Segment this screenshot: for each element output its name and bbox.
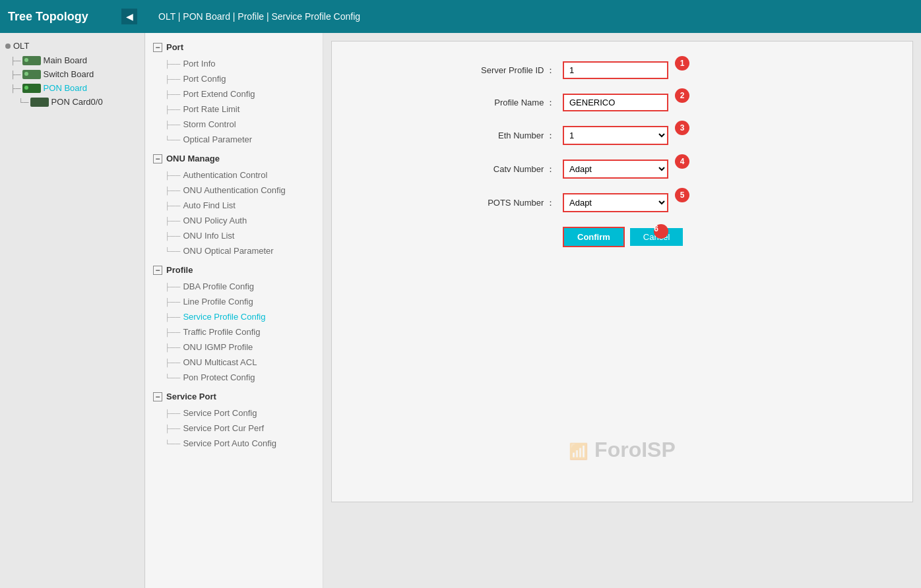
form-row-pots-number: POTS Number ： Adapt 0 2 4 5 bbox=[431, 193, 813, 212]
form-buttons-row: Confirm Cancel 6 bbox=[563, 227, 813, 247]
menu-item-service-port-auto-config[interactable]: └── Service Port Auto Config bbox=[145, 436, 323, 451]
menu-item-port-config[interactable]: ├── Port Config bbox=[145, 71, 323, 86]
menu-item-storm-control[interactable]: ├── Storm Control bbox=[145, 117, 323, 132]
menu-item-optical-parameter[interactable]: └── Optical Parameter bbox=[145, 132, 323, 147]
connector-icon: ├─ bbox=[11, 84, 21, 92]
catv-number-label: Catv Number ： bbox=[431, 163, 563, 175]
menu-item-label: Line Profile Config bbox=[183, 297, 253, 307]
menu-item-port-info[interactable]: ├── Port Info bbox=[145, 56, 323, 71]
connector-icon: ├── bbox=[165, 328, 180, 336]
menu-section-service-port-header[interactable]: − Service Port bbox=[145, 388, 323, 405]
menu-item-label: Service Port Auto Config bbox=[183, 438, 276, 448]
confirm-button[interactable]: Confirm bbox=[563, 227, 625, 247]
sidebar-tree: OLT ├─ Main Board ├─ Switch Board ├─ PON… bbox=[0, 33, 145, 588]
menu-item-label: Port Config bbox=[183, 74, 226, 84]
connector-icon: ├── bbox=[165, 409, 180, 417]
watermark-signal-icon: 📶 bbox=[569, 442, 588, 460]
menu-item-label: ONU IGMP Profile bbox=[183, 342, 253, 352]
catv-number-select[interactable]: Adapt 0 1 bbox=[563, 160, 668, 179]
menu-section-profile-header[interactable]: − Profile bbox=[145, 261, 323, 279]
step-badge-1: 1 bbox=[675, 56, 689, 71]
sidebar-item-label: PON Card0/0 bbox=[51, 97, 103, 107]
connector-icon: ├── bbox=[165, 121, 180, 129]
olt-dot-icon bbox=[5, 44, 11, 49]
form-row-profile-name: Profile Name ： 2 bbox=[431, 94, 813, 111]
menu-item-onu-optical-parameter[interactable]: └── ONU Optical Parameter bbox=[145, 243, 323, 258]
menu-section-onu-manage-header[interactable]: − ONU Manage bbox=[145, 150, 323, 167]
collapse-icon: − bbox=[153, 392, 162, 401]
sidebar-item-main-board[interactable]: ├─ Main Board bbox=[0, 53, 144, 67]
olt-label: OLT bbox=[13, 41, 29, 51]
connector-icon: ├── bbox=[165, 75, 180, 83]
menu-item-onu-igmp-profile[interactable]: ├── ONU IGMP Profile bbox=[145, 339, 323, 355]
menu-item-label: ONU Info List bbox=[183, 231, 234, 241]
pon-icon bbox=[22, 84, 41, 93]
menu-item-onu-info-list[interactable]: ├── ONU Info List bbox=[145, 228, 323, 243]
menu-item-onu-auth-config[interactable]: ├── ONU Authentication Config bbox=[145, 183, 323, 198]
step-badge-6: 6 bbox=[654, 224, 668, 239]
menu-section-service-port: − Service Port ├── Service Port Config ├… bbox=[145, 388, 323, 451]
connector-icon: ├── bbox=[165, 425, 180, 432]
connector-icon: ├── bbox=[165, 313, 180, 321]
menu-item-label: Traffic Profile Config bbox=[183, 327, 260, 337]
collapse-icon: − bbox=[153, 266, 162, 275]
menu-item-pon-protect-config[interactable]: └── Pon Protect Config bbox=[145, 370, 323, 385]
connector-icon: └── bbox=[165, 440, 180, 448]
menu-item-port-rate-limit[interactable]: ├── Port Rate Limit bbox=[145, 102, 323, 117]
menu-item-onu-policy-auth[interactable]: ├── ONU Policy Auth bbox=[145, 213, 323, 228]
form-row-server-profile-id: Server Profile ID ： 1 bbox=[431, 61, 813, 79]
sidebar-item-pon-card[interactable]: └─ PON Card0/0 bbox=[0, 95, 144, 109]
menu-item-dba-profile-config[interactable]: ├── DBA Profile Config bbox=[145, 279, 323, 294]
menu-item-label: Storm Control bbox=[183, 119, 236, 129]
menu-item-label: DBA Profile Config bbox=[183, 281, 254, 291]
sidebar-item-label: PON Board bbox=[44, 83, 87, 93]
section-label: ONU Manage bbox=[166, 154, 220, 163]
sidebar-item-pon-board[interactable]: ├─ PON Board bbox=[0, 81, 144, 95]
menu-item-label: ONU Policy Auth bbox=[183, 216, 247, 225]
menu-item-auth-control[interactable]: ├── Authentication Control bbox=[145, 167, 323, 183]
menu-section-port-header[interactable]: − Port bbox=[145, 38, 323, 56]
menu-item-label: ONU Multicast ACL bbox=[183, 357, 257, 367]
menu-item-onu-multicast-acl[interactable]: ├── ONU Multicast ACL bbox=[145, 355, 323, 370]
menu-item-label: ONU Authentication Config bbox=[183, 185, 285, 195]
content-panel: Server Profile ID ： 1 Profile Name ： 2 E… bbox=[331, 41, 913, 502]
menu-item-label: Service Port Cur Perf bbox=[183, 423, 264, 433]
device-icon bbox=[22, 56, 41, 65]
menu-item-port-extend-config[interactable]: ├── Port Extend Config bbox=[145, 86, 323, 102]
connector-icon: ├── bbox=[165, 60, 180, 68]
profile-name-input[interactable] bbox=[563, 94, 668, 111]
connector-icon: ├── bbox=[165, 105, 180, 113]
menu-item-auto-find-list[interactable]: ├── Auto Find List bbox=[145, 198, 323, 213]
collapse-icon: − bbox=[153, 43, 162, 52]
connector-icon: ├── bbox=[165, 187, 180, 194]
server-profile-id-label: Server Profile ID ： bbox=[431, 65, 563, 76]
section-label: Service Port bbox=[166, 392, 216, 401]
pots-number-select[interactable]: Adapt 0 2 4 bbox=[563, 193, 668, 212]
sidebar-toggle-button[interactable]: ◀ bbox=[121, 9, 137, 24]
connector-icon: ├─ bbox=[11, 57, 21, 65]
menu-item-label: Service Profile Config bbox=[183, 312, 265, 322]
connector-icon: ├── bbox=[165, 283, 180, 291]
sidebar-item-olt[interactable]: OLT bbox=[0, 38, 144, 53]
connector-icon: ├── bbox=[165, 217, 180, 225]
form-row-eth-number: Eth Number ： 1 2 4 8 3 bbox=[431, 126, 813, 145]
menu-section-profile: − Profile ├── DBA Profile Config ├── Lin… bbox=[145, 261, 323, 385]
menu-item-traffic-profile-config[interactable]: ├── Traffic Profile Config bbox=[145, 324, 323, 339]
menu-item-service-port-config[interactable]: ├── Service Port Config bbox=[145, 405, 323, 421]
menu-section-onu-manage: − ONU Manage ├── Authentication Control … bbox=[145, 150, 323, 258]
menu-item-line-profile-config[interactable]: ├── Line Profile Config bbox=[145, 294, 323, 309]
menu-item-label: Service Port Config bbox=[183, 408, 257, 418]
sidebar-item-label: Main Board bbox=[44, 55, 87, 65]
connector-icon: ├── bbox=[165, 171, 180, 179]
sidebar-item-switch-board[interactable]: ├─ Switch Board bbox=[0, 67, 144, 81]
watermark-text: ForoISP bbox=[594, 438, 676, 461]
eth-number-select[interactable]: 1 2 4 8 bbox=[563, 126, 668, 145]
menu-item-service-port-cur-perf[interactable]: ├── Service Port Cur Perf bbox=[145, 421, 323, 436]
sidebar-header: Tree Topology ◀ bbox=[0, 0, 145, 33]
server-profile-id-input[interactable] bbox=[563, 61, 668, 79]
eth-number-label: Eth Number ： bbox=[431, 130, 563, 142]
connector-icon: └─ bbox=[18, 98, 29, 106]
step-badge-5: 5 bbox=[675, 188, 689, 202]
connector-icon: ├── bbox=[165, 343, 180, 351]
menu-item-service-profile-config[interactable]: ├── Service Profile Config bbox=[145, 309, 323, 324]
